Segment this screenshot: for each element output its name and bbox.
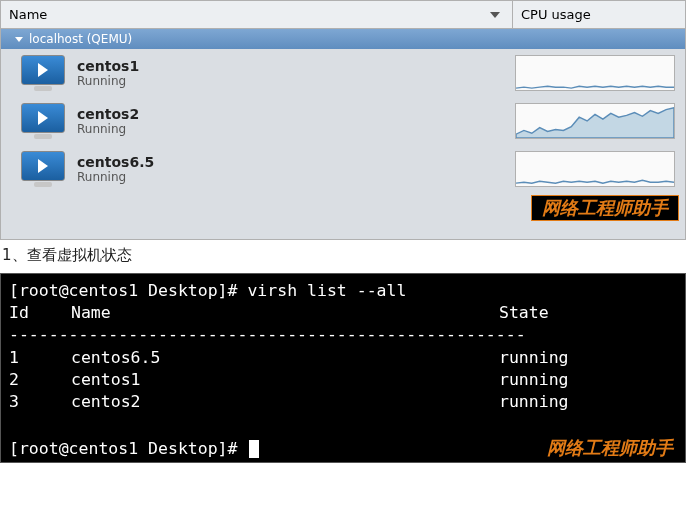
table-row: 3 centos2 running <box>9 391 679 413</box>
vm-running-icon <box>21 55 65 91</box>
caption: 1、查看虚拟机状态 <box>0 240 686 273</box>
virt-manager-window: Name CPU usage localhost (QEMU) centos1 … <box>0 0 686 240</box>
vm-status: Running <box>77 122 503 136</box>
vm-row[interactable]: centos6.5 Running <box>1 145 685 193</box>
prompt: [root@centos1 Desktop]# <box>9 281 247 300</box>
column-header-name[interactable]: Name <box>1 1 513 28</box>
vm-list-header: Name CPU usage <box>1 1 685 29</box>
expand-triangle-icon <box>15 37 23 42</box>
watermark: 网络工程师助手 <box>531 195 679 221</box>
cell-state: running <box>499 347 679 369</box>
vm-info: centos1 Running <box>77 58 503 88</box>
cell-id: 2 <box>9 369 71 391</box>
vm-row[interactable]: centos1 Running <box>1 49 685 97</box>
cpu-usage-graph <box>515 55 675 91</box>
vm-name: centos1 <box>77 58 503 74</box>
vm-row[interactable]: centos2 Running <box>1 97 685 145</box>
col-id: Id <box>9 302 71 324</box>
cell-name: centos6.5 <box>71 347 499 369</box>
vm-status: Running <box>77 170 503 184</box>
cursor <box>249 440 259 458</box>
column-label-cpu: CPU usage <box>521 7 591 22</box>
cell-state: running <box>499 369 679 391</box>
col-state: State <box>499 302 679 324</box>
cell-state: running <box>499 391 679 413</box>
vm-running-icon <box>21 151 65 187</box>
table-row: 2 centos1 running <box>9 369 679 391</box>
terminal[interactable]: [root@centos1 Desktop]# virsh list --all… <box>0 273 686 463</box>
host-label: localhost (QEMU) <box>29 32 132 46</box>
watermark: 网络工程师助手 <box>547 436 679 460</box>
command: virsh list --all <box>247 281 406 300</box>
cell-id: 3 <box>9 391 71 413</box>
divider: ----------------------------------------… <box>9 324 679 346</box>
prompt: [root@centos1 Desktop]# <box>9 439 247 458</box>
column-label-name: Name <box>9 7 47 22</box>
table-header: Id Name State <box>9 302 679 324</box>
vm-info: centos6.5 Running <box>77 154 503 184</box>
host-row[interactable]: localhost (QEMU) <box>1 29 685 49</box>
cell-name: centos2 <box>71 391 499 413</box>
cpu-usage-graph <box>515 103 675 139</box>
vm-info: centos2 Running <box>77 106 503 136</box>
chevron-down-icon <box>490 12 500 18</box>
cell-id: 1 <box>9 347 71 369</box>
column-header-cpu[interactable]: CPU usage <box>513 1 685 28</box>
col-name: Name <box>71 302 499 324</box>
vm-status: Running <box>77 74 503 88</box>
vm-running-icon <box>21 103 65 139</box>
cell-name: centos1 <box>71 369 499 391</box>
table-row: 1 centos6.5 running <box>9 347 679 369</box>
vm-name: centos2 <box>77 106 503 122</box>
vm-name: centos6.5 <box>77 154 503 170</box>
cpu-usage-graph <box>515 151 675 187</box>
